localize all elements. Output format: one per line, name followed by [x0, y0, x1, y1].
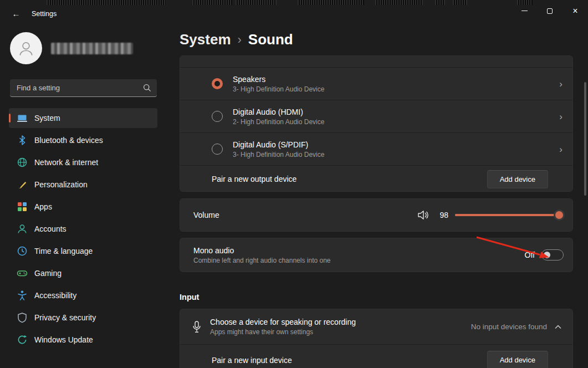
- volume-slider-fill: [455, 214, 559, 216]
- input-row-subtitle: Apps might have their own settings: [210, 328, 356, 336]
- search-input[interactable]: [17, 84, 143, 92]
- sidebar-item-label: Bluetooth & devices: [34, 136, 103, 145]
- maximize-button[interactable]: [537, 3, 563, 19]
- minimize-button[interactable]: [512, 3, 537, 19]
- output-device-row-hdmi[interactable]: Digital Audio (HDMI) 2- High Definition …: [180, 100, 572, 132]
- sidebar-item-time-language[interactable]: Time & language: [9, 241, 157, 261]
- close-icon: ×: [572, 7, 577, 16]
- add-output-device-button[interactable]: Add device: [487, 170, 548, 188]
- volume-value: 98: [436, 211, 448, 219]
- pair-input-device-row: Pair a new input device Add device: [180, 345, 572, 368]
- game-controller-icon: [17, 268, 28, 279]
- device-name: Speakers: [233, 75, 324, 84]
- settings-window: ← Settings ×: [0, 0, 588, 368]
- mono-audio-title: Mono audio: [193, 246, 331, 255]
- sidebar-item-windows-update[interactable]: Windows Update: [9, 330, 157, 350]
- sidebar-item-label: Windows Update: [34, 335, 93, 344]
- device-name: Digital Audio (HDMI): [233, 108, 324, 116]
- mono-toggle-state-label: Off: [525, 251, 535, 259]
- chevron-up-icon: [555, 325, 561, 329]
- accessibility-person-icon: [17, 290, 28, 301]
- sidebar-nav: System Bluetooth & devices Network & int…: [9, 108, 157, 352]
- output-device-row-speakers[interactable]: Speakers 3- High Definition Audio Device…: [180, 68, 572, 100]
- maximize-icon: [547, 8, 553, 14]
- close-button[interactable]: ×: [563, 3, 588, 19]
- device-description: 3- High Definition Audio Device: [233, 151, 324, 159]
- censored-block: [47, 0, 166, 5]
- selected-indicator: [9, 114, 11, 122]
- censored-block: [236, 0, 277, 5]
- radio-button[interactable]: [212, 111, 223, 122]
- chevron-right-icon: ›: [559, 112, 563, 121]
- mono-audio-toggle[interactable]: [541, 249, 564, 260]
- page-title: Sound: [248, 31, 293, 48]
- sidebar-item-label: Gaming: [34, 269, 62, 278]
- sidebar-item-label: Accessibility: [34, 291, 76, 300]
- censored-block: [192, 0, 232, 5]
- pair-output-device-row: Pair a new output device Add device: [180, 166, 572, 192]
- search-box: [10, 79, 157, 97]
- minimize-icon: [521, 11, 528, 11]
- sidebar-item-label: Personalization: [34, 180, 88, 189]
- speaker-icon: [417, 210, 430, 220]
- device-name: Digital Audio (S/PDIF): [233, 140, 324, 149]
- sidebar: System Bluetooth & devices Network & int…: [0, 22, 171, 368]
- toggle-knob: [544, 252, 550, 258]
- sidebar-item-accessibility[interactable]: Accessibility: [9, 285, 157, 305]
- clipped-row: [180, 56, 572, 67]
- volume-label: Volume: [193, 211, 219, 219]
- output-device-row-spdif[interactable]: Digital Audio (S/PDIF) 3- High Definitio…: [180, 133, 572, 165]
- radio-button[interactable]: [212, 144, 223, 155]
- sidebar-item-personalization[interactable]: Personalization: [9, 175, 157, 195]
- bluetooth-icon: [17, 135, 28, 146]
- app-title: Settings: [32, 10, 57, 18]
- pair-output-label: Pair a new output device: [212, 175, 296, 183]
- clock-icon: [17, 246, 28, 257]
- update-refresh-icon: [17, 334, 28, 345]
- volume-card: Volume 98: [180, 198, 573, 232]
- sidebar-item-privacy-security[interactable]: Privacy & security: [9, 308, 157, 328]
- mono-audio-subtitle: Combine left and right audio channels in…: [193, 257, 331, 264]
- sidebar-item-system[interactable]: System: [9, 108, 157, 128]
- sidebar-item-label: Time & language: [34, 247, 93, 255]
- add-input-device-button[interactable]: Add device: [487, 351, 548, 368]
- chevron-right-icon: ›: [559, 145, 563, 154]
- input-device-expander[interactable]: Choose a device for speaking or recordin…: [180, 309, 572, 344]
- sidebar-item-apps[interactable]: Apps: [9, 197, 157, 217]
- system-icon: [17, 113, 28, 124]
- accounts-person-icon: [17, 223, 28, 234]
- avatar: [10, 32, 42, 64]
- sidebar-item-accounts[interactable]: Accounts: [9, 219, 157, 239]
- sidebar-item-label: Network & internet: [34, 158, 98, 167]
- breadcrumb: System › Sound: [180, 31, 293, 48]
- device-description: 2- High Definition Audio Device: [233, 118, 324, 126]
- sidebar-item-bluetooth-devices[interactable]: Bluetooth & devices: [9, 130, 157, 150]
- radio-button-selected[interactable]: [212, 78, 223, 89]
- back-button[interactable]: ←: [8, 7, 24, 19]
- chevron-right-icon: ›: [559, 79, 563, 89]
- volume-slider-thumb[interactable]: [555, 211, 563, 219]
- window-controls: ×: [512, 3, 588, 19]
- globe-icon: [17, 157, 28, 168]
- sidebar-item-network-internet[interactable]: Network & internet: [9, 152, 157, 172]
- mono-audio-card: Mono audio Combine left and right audio …: [180, 238, 573, 272]
- breadcrumb-system[interactable]: System: [180, 31, 231, 48]
- search-icon: [143, 84, 151, 92]
- censored-region-strip: [47, 0, 533, 5]
- sidebar-item-gaming[interactable]: Gaming: [9, 263, 157, 283]
- paintbrush-icon: [17, 179, 28, 190]
- input-section-header: Input: [180, 293, 199, 301]
- shield-icon: [17, 312, 28, 323]
- volume-slider[interactable]: [455, 214, 561, 216]
- censored-block: [375, 0, 423, 5]
- sidebar-item-label: Privacy & security: [34, 313, 96, 322]
- censored-block: [298, 0, 364, 5]
- device-description: 3- High Definition Audio Device: [233, 85, 324, 93]
- input-row-title: Choose a device for speaking or recordin…: [210, 318, 356, 326]
- input-devices-card: Choose a device for speaking or recordin…: [180, 309, 573, 368]
- main-content: System › Sound Speakers 3- High Definiti…: [180, 22, 588, 368]
- sidebar-item-label: System: [34, 114, 60, 122]
- person-icon: [17, 39, 35, 57]
- apps-grid-icon: [17, 201, 28, 212]
- scrollbar-thumb[interactable]: [584, 82, 586, 196]
